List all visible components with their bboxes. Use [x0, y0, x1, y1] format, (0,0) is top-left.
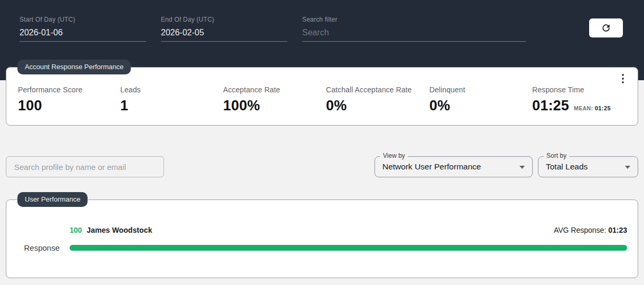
refresh-button[interactable]: [589, 18, 623, 37]
refresh-icon: [601, 23, 611, 33]
start-of-day-field: Start Of Day (UTC): [20, 16, 146, 42]
metric-catchall-acceptance-rate: Catchall Acceptance Rate 0%: [326, 86, 429, 114]
metric-value: 1: [120, 98, 223, 114]
chevron-down-icon: [520, 166, 525, 169]
metric-value: 100: [18, 98, 120, 114]
search-filter-field: Search filter: [302, 16, 526, 42]
user-performance-row[interactable]: 100 James Woodstock AVG Response: 01:23 …: [6, 200, 638, 252]
metric-label: Response Time: [532, 86, 626, 94]
view-by-label: View by: [380, 152, 408, 159]
user-performance-card: User Performance 100 James Woodstock AVG…: [6, 200, 638, 278]
start-of-day-label: Start Of Day (UTC): [20, 16, 146, 23]
metric-leads: Leads 1: [120, 86, 223, 114]
search-filter-label: Search filter: [302, 16, 526, 23]
metrics-grid: Performance Score 100 Leads 1 Acceptance…: [6, 68, 638, 114]
metric-response-time: Response Time 01:25 MEAN: 01:25: [532, 86, 626, 114]
view-by-select[interactable]: View by Network User Performance: [374, 156, 533, 177]
search-filter-input[interactable]: [302, 27, 526, 42]
metric-delinquent: Delinquent 0%: [429, 86, 532, 114]
user-score: 100: [70, 226, 82, 234]
account-response-performance-card: Account Response Performance Performance…: [6, 67, 638, 126]
metric-label: Acceptance Rate: [223, 86, 326, 94]
view-by-value: Network User Performance: [375, 157, 532, 177]
metric-label: Performance Score: [18, 86, 120, 94]
chevron-down-icon: [625, 166, 630, 169]
start-of-day-input[interactable]: [20, 27, 146, 42]
metric-value: 01:25 MEAN: 01:25: [532, 98, 626, 114]
metric-label: Catchall Acceptance Rate: [326, 86, 429, 94]
metric-label: Delinquent: [429, 86, 532, 94]
end-of-day-label: End Of Day (UTC): [161, 16, 287, 23]
filter-row: View by Network User Performance Sort by…: [6, 156, 638, 177]
metric-value: 100%: [223, 98, 326, 114]
profile-search-input[interactable]: [6, 156, 164, 177]
sort-by-value: Total Leads: [539, 157, 638, 177]
sort-by-label: Sort by: [544, 152, 569, 159]
user-card-title-chip: User Performance: [17, 192, 88, 207]
account-card-title-chip: Account Response Performance: [17, 60, 131, 74]
kebab-menu-icon[interactable]: [617, 72, 629, 86]
metric-performance-score: Performance Score 100: [18, 86, 120, 114]
response-time-value: 01:25: [532, 98, 569, 114]
response-time-mean: MEAN: 01:25: [574, 105, 611, 111]
user-name: James Woodstock: [86, 226, 152, 234]
response-bar-track: [70, 245, 627, 251]
metric-value: 0%: [326, 98, 429, 114]
metric-label: Leads: [120, 86, 223, 94]
sort-by-select[interactable]: Sort by Total Leads: [538, 156, 638, 177]
end-of-day-field: End Of Day (UTC): [161, 16, 287, 42]
avg-response: AVG Response: 01:23: [554, 226, 627, 234]
response-bar-label: Response: [6, 243, 70, 252]
metric-acceptance-rate: Acceptance Rate 100%: [223, 86, 326, 114]
metric-value: 0%: [429, 98, 532, 114]
response-bar-fill: [70, 245, 627, 251]
end-of-day-input[interactable]: [161, 27, 287, 42]
